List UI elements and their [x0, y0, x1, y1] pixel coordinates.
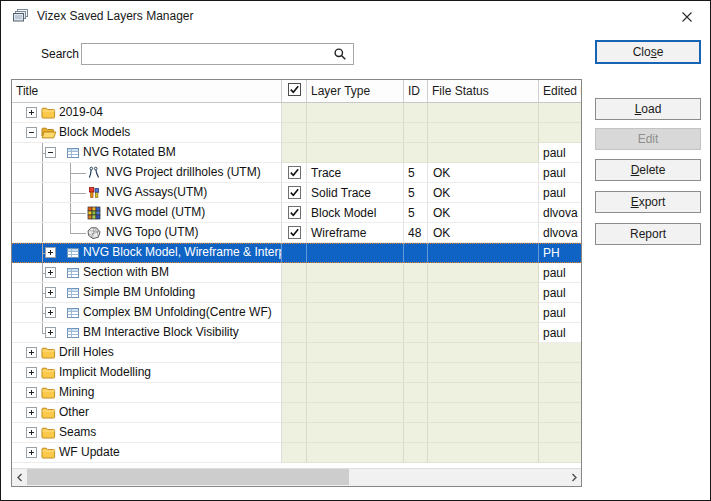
layer-visible-checkbox[interactable] [288, 186, 301, 199]
horizontal-scrollbar[interactable] [12, 468, 581, 486]
row-layer-type-cell: Trace [307, 163, 404, 183]
row-id-cell [404, 383, 428, 403]
expand-minus-icon[interactable] [26, 127, 37, 138]
assay-icon [87, 186, 103, 200]
table-row[interactable]: Simple BM Unfoldingpaul [12, 283, 581, 303]
row-file-status-cell [428, 423, 539, 443]
expand-plus-icon[interactable] [26, 367, 37, 378]
row-visibility-cell [282, 363, 307, 383]
expand-plus-icon[interactable] [45, 307, 56, 318]
table-row[interactable]: WF Update [12, 443, 581, 463]
expand-plus-icon[interactable] [26, 107, 37, 118]
row-title-label: NVG Block Model, Wireframe & Interp. [83, 243, 282, 263]
search-input[interactable] [81, 43, 354, 65]
row-layer-type-cell: Wireframe [307, 223, 404, 243]
row-visibility-cell[interactable] [282, 203, 307, 223]
row-visibility-cell [282, 103, 307, 123]
row-layer-type-cell [307, 263, 404, 283]
row-layer-type-cell [307, 303, 404, 323]
table-row[interactable]: Block Models [12, 123, 581, 143]
scrollbar-thumb[interactable] [27, 469, 349, 485]
scroll-right-arrow-icon[interactable] [566, 469, 581, 485]
layer-set-icon [66, 246, 82, 260]
table-row[interactable]: Seams [12, 423, 581, 443]
row-visibility-cell[interactable] [282, 183, 307, 203]
layer-set-icon [66, 326, 82, 340]
table-row[interactable]: NVG Project drillholes (UTM)Trace5OKpaul [12, 163, 581, 183]
expand-plus-icon[interactable] [26, 347, 37, 358]
row-file-status-cell: OK [428, 203, 539, 223]
table-row[interactable]: Complex BM Unfolding(Centre WF)paul [12, 303, 581, 323]
column-header-id[interactable]: ID [404, 80, 428, 102]
table-row[interactable]: BM Interactive Block Visibilitypaul [12, 323, 581, 343]
expand-plus-icon[interactable] [26, 447, 37, 458]
folder-closed-icon [41, 346, 57, 360]
expand-minus-icon[interactable] [45, 147, 56, 158]
column-header-title[interactable]: Title [12, 80, 282, 102]
export-button[interactable]: Export [595, 191, 701, 213]
tree-connector [70, 223, 71, 233]
row-layer-type-cell [307, 143, 404, 163]
row-id-cell [404, 403, 428, 423]
row-id-cell [404, 143, 428, 163]
table-row[interactable]: NVG Block Model, Wireframe & Interp.PH [12, 243, 581, 263]
report-button[interactable]: Report [595, 223, 701, 245]
expand-plus-icon[interactable] [45, 247, 56, 258]
row-edited-by-cell: PH [539, 243, 581, 263]
row-edited-by-cell: dlvova [539, 203, 581, 223]
row-visibility-cell [282, 283, 307, 303]
expand-plus-icon[interactable] [45, 287, 56, 298]
row-visibility-cell[interactable] [282, 163, 307, 183]
expand-plus-icon[interactable] [45, 327, 56, 338]
column-header-select-all[interactable] [282, 80, 307, 102]
close-button[interactable]: Close [595, 40, 701, 64]
scroll-left-arrow-icon[interactable] [12, 469, 27, 485]
row-title-cell: BM Interactive Block Visibility [12, 323, 282, 343]
expand-plus-icon[interactable] [26, 387, 37, 398]
search-magnifier-icon[interactable] [333, 47, 347, 61]
row-file-status-cell [428, 323, 539, 343]
column-header-edited-by[interactable]: Edited By [539, 80, 581, 102]
row-visibility-cell [282, 383, 307, 403]
layer-set-icon [66, 306, 82, 320]
row-layer-type-cell [307, 343, 404, 363]
table-row[interactable]: Implicit Modelling [12, 363, 581, 383]
expand-plus-icon[interactable] [45, 267, 56, 278]
delete-button[interactable]: Delete [595, 159, 701, 181]
table-row[interactable]: Section with BMpaul [12, 263, 581, 283]
column-header-layer-type[interactable]: Layer Type [307, 80, 404, 102]
row-title-label: 2019-04 [59, 103, 103, 123]
table-row[interactable]: NVG Rotated BMpaul [12, 143, 581, 163]
window-close-icon[interactable] [664, 2, 709, 31]
row-visibility-cell[interactable] [282, 223, 307, 243]
expand-plus-icon[interactable] [26, 407, 37, 418]
table-row[interactable]: 2019-04 [12, 103, 581, 123]
row-visibility-cell [282, 243, 307, 263]
folder-closed-icon [41, 106, 57, 120]
select-all-checkbox[interactable] [288, 83, 301, 99]
row-title-label: Implicit Modelling [59, 363, 151, 383]
row-layer-type-cell: Solid Trace [307, 183, 404, 203]
row-layer-type-cell [307, 363, 404, 383]
row-file-status-cell [428, 403, 539, 423]
tree-connector [42, 203, 43, 222]
row-layer-type-cell [307, 283, 404, 303]
layer-visible-checkbox[interactable] [288, 166, 301, 179]
table-row[interactable]: Mining [12, 383, 581, 403]
table-row[interactable]: Other [12, 403, 581, 423]
tree-connector [70, 173, 86, 174]
layer-visible-checkbox[interactable] [288, 206, 301, 219]
layer-visible-checkbox[interactable] [288, 226, 301, 239]
row-title-cell: Other [12, 403, 282, 423]
expand-plus-icon[interactable] [26, 427, 37, 438]
load-button[interactable]: Load [595, 98, 701, 120]
row-id-cell [404, 103, 428, 123]
row-id-cell: 5 [404, 183, 428, 203]
table-row[interactable]: NVG model (UTM)Block Model5OKdlvova [12, 203, 581, 223]
row-edited-by-cell [539, 403, 581, 423]
column-header-file-status[interactable]: File Status [428, 80, 539, 102]
table-row[interactable]: Drill Holes [12, 343, 581, 363]
table-row[interactable]: NVG Topo (UTM)Wireframe48OKdlvova [12, 223, 581, 243]
tree-connector [42, 223, 43, 242]
table-row[interactable]: NVG Assays(UTM)Solid Trace5OKpaul [12, 183, 581, 203]
